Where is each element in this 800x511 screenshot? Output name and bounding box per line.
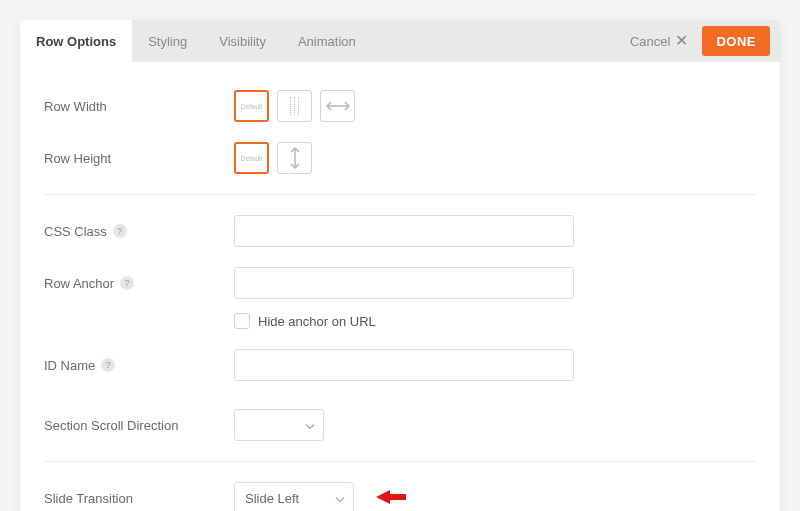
help-icon[interactable]: ?: [113, 224, 127, 238]
row-height-label: Row Height: [44, 151, 234, 166]
tab-row-options[interactable]: Row Options: [20, 20, 132, 62]
css-class-label: CSS Class ?: [44, 224, 234, 239]
chevron-down-icon: [335, 491, 345, 506]
default-text-icon: Default: [240, 103, 262, 110]
row-height-option-full[interactable]: [277, 142, 312, 174]
columns-icon: [290, 97, 300, 115]
row-width-row: Row Width Default: [44, 80, 756, 132]
help-icon[interactable]: ?: [120, 276, 134, 290]
divider: [44, 461, 756, 462]
slide-transition-value: Slide Left: [245, 491, 299, 506]
row-width-option-default[interactable]: Default: [234, 90, 269, 122]
horizontal-arrows-icon: [326, 100, 350, 112]
vertical-arrows-icon: [289, 147, 301, 169]
row-anchor-label: Row Anchor ?: [44, 276, 234, 291]
row-height-option-default[interactable]: Default: [234, 142, 269, 174]
section-scroll-select[interactable]: [234, 409, 324, 441]
row-width-option-contained[interactable]: [277, 90, 312, 122]
help-icon[interactable]: ?: [101, 358, 115, 372]
row-width-label: Row Width: [44, 99, 234, 114]
slide-transition-label: Slide Transition: [44, 491, 234, 506]
row-anchor-text: Row Anchor: [44, 276, 114, 291]
close-icon: ✕: [675, 33, 688, 49]
tab-animation[interactable]: Animation: [282, 20, 372, 62]
done-button[interactable]: DONE: [702, 26, 770, 56]
slide-transition-select[interactable]: Slide Left: [234, 482, 354, 511]
id-name-input[interactable]: [234, 349, 574, 381]
tab-bar: Row Options Styling Visibility Animation…: [20, 20, 780, 62]
hide-anchor-checkbox[interactable]: [234, 313, 250, 329]
slide-transition-row: Slide Transition Slide Left: [44, 472, 756, 511]
tab-styling[interactable]: Styling: [132, 20, 203, 62]
section-scroll-label: Section Scroll Direction: [44, 418, 234, 433]
hide-anchor-label: Hide anchor on URL: [258, 314, 376, 329]
row-options-panel: Row Options Styling Visibility Animation…: [20, 20, 780, 511]
cancel-button[interactable]: Cancel ✕: [620, 20, 698, 62]
id-name-row: ID Name ?: [44, 339, 756, 391]
svg-marker-2: [376, 490, 406, 504]
default-text-icon: Default: [240, 155, 262, 162]
css-class-row: CSS Class ?: [44, 205, 756, 257]
tab-visibility[interactable]: Visibility: [203, 20, 282, 62]
row-height-row: Row Height Default: [44, 132, 756, 184]
row-width-option-full[interactable]: [320, 90, 355, 122]
hide-anchor-row: Hide anchor on URL: [44, 309, 756, 339]
panel-body: Row Width Default Row Height: [20, 62, 780, 511]
row-anchor-input[interactable]: [234, 267, 574, 299]
id-name-text: ID Name: [44, 358, 95, 373]
annotation-arrow-icon: [376, 489, 406, 508]
css-class-text: CSS Class: [44, 224, 107, 239]
css-class-input[interactable]: [234, 215, 574, 247]
chevron-down-icon: [305, 418, 315, 433]
cancel-label: Cancel: [630, 34, 670, 49]
section-scroll-row: Section Scroll Direction: [44, 391, 756, 451]
divider: [44, 194, 756, 195]
id-name-label: ID Name ?: [44, 358, 234, 373]
row-anchor-row: Row Anchor ?: [44, 257, 756, 309]
